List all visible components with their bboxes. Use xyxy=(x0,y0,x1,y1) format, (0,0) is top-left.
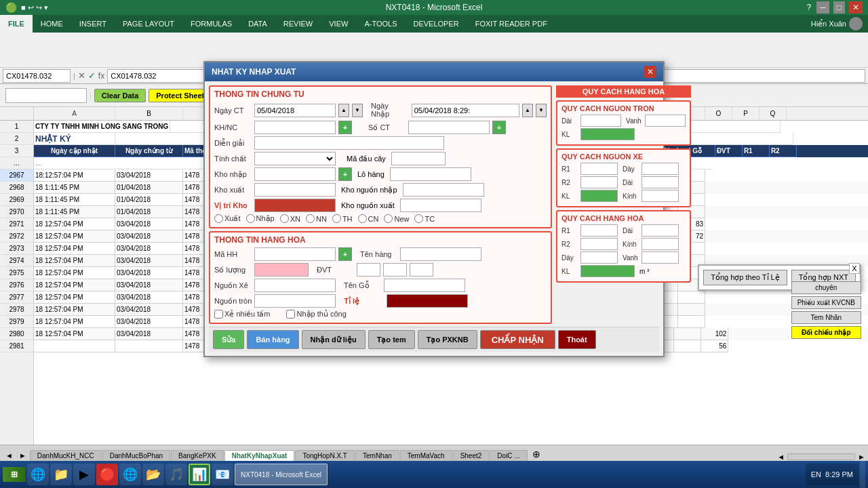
kinh-input-hh[interactable] xyxy=(642,238,679,250)
tab-file[interactable]: FILE xyxy=(0,15,33,33)
kl-input-hh[interactable] xyxy=(580,265,635,277)
kinh-input-nx[interactable] xyxy=(642,190,679,202)
dvt-input1[interactable] xyxy=(357,263,380,277)
ngay-nhap-up-btn[interactable]: ▲ xyxy=(522,104,533,117)
r2-input-nx[interactable] xyxy=(580,176,618,188)
tab-nav-next[interactable]: ► xyxy=(16,450,29,461)
nguon-xe-input[interactable] xyxy=(254,279,336,292)
nhap-checkbox[interactable]: Nhập xyxy=(246,214,275,223)
kl-input-nx[interactable] xyxy=(580,190,618,202)
add-sheet-btn[interactable]: ⊕ xyxy=(528,447,545,461)
dvt-input2[interactable] xyxy=(383,263,407,277)
cn-checkbox[interactable]: CN xyxy=(358,214,379,223)
tab-data[interactable]: DATA xyxy=(240,15,275,33)
taskbar-icon-music[interactable]: 🎵 xyxy=(165,464,187,485)
tong-hop-close-btn[interactable]: X xyxy=(849,263,860,274)
modal-dialog[interactable]: NHAT KY NHAP XUAT ✕ THONG TIN CHUNG TU N… xyxy=(203,61,665,357)
taskbar-icon-excel[interactable]: 📊 xyxy=(189,464,210,485)
xe-nhieu-tam-checkbox[interactable]: Xẻ nhiều tấm xyxy=(214,310,270,319)
show-desktop-btn[interactable] xyxy=(860,461,865,488)
tab-foxit[interactable]: FOXIT READER PDF xyxy=(467,15,555,33)
so-ct-input[interactable] xyxy=(408,121,490,134)
khnc-plus-btn[interactable]: + xyxy=(338,121,352,134)
phieu-xuat-kvcnb-btn[interactable]: Phiếu xuất KVCNB xyxy=(791,296,861,309)
so-ct-plus-btn[interactable]: + xyxy=(492,121,506,134)
day-input-nx[interactable] xyxy=(642,163,679,175)
r2-input-hh[interactable] xyxy=(580,238,618,250)
ma-hh-input[interactable] xyxy=(254,247,336,261)
chuyen-btn[interactable]: chuyên xyxy=(791,281,861,294)
scroll-right-btn[interactable]: ► xyxy=(858,453,865,461)
taskbar-icon-ie[interactable]: 🌐 xyxy=(27,464,49,485)
xuat-checkbox[interactable]: Xuất xyxy=(214,214,241,223)
vi-tri-kho-input[interactable] xyxy=(254,199,336,212)
taskbar-excel-item[interactable]: NXT0418 - Microsoft Excel xyxy=(235,464,328,485)
sheet-tab-danhmuckh[interactable]: DanhMucKH_NCC xyxy=(30,450,102,461)
dai-input-nt[interactable] xyxy=(580,115,621,127)
ngay-nhap-down-btn[interactable]: ▼ xyxy=(536,104,547,117)
chap-nhan-btn[interactable]: CHẤP NHẬN xyxy=(480,330,555,349)
tao-pxknb-btn[interactable]: Tạo PXKNB xyxy=(418,330,477,349)
sheet-tab-doic[interactable]: DoiC ... xyxy=(490,450,527,461)
modal-close-btn[interactable]: ✕ xyxy=(644,66,656,78)
kl-input-nt[interactable] xyxy=(580,128,635,140)
kho-nhap-plus-btn[interactable]: + xyxy=(338,167,352,181)
nhap-thu-cong-checkbox[interactable]: Nhập thủ công xyxy=(286,310,346,319)
tab-insert[interactable]: INSERT xyxy=(71,15,115,33)
thoat-btn[interactable]: Thoát xyxy=(558,330,596,349)
tab-nav-prev[interactable]: ◄ xyxy=(3,450,16,461)
function-btn[interactable]: fx xyxy=(98,71,104,81)
ban-hang-btn[interactable]: Bán hàng xyxy=(247,330,298,349)
vanh-input-nt[interactable] xyxy=(645,115,686,127)
ten-hang-input[interactable] xyxy=(400,247,481,261)
cell-ref-input[interactable] xyxy=(5,88,87,103)
kho-nguon-nhap-input[interactable] xyxy=(403,183,484,197)
taskbar-icon-media[interactable]: ▶ xyxy=(73,464,95,485)
khnc-input[interactable] xyxy=(254,121,336,134)
dien-giai-input[interactable] xyxy=(254,136,444,150)
minimize-btn[interactable]: ─ xyxy=(816,1,829,14)
tinh-chat-select[interactable] xyxy=(254,152,336,165)
sheet-tab-bangkepxk[interactable]: BangKePXK xyxy=(171,450,224,461)
tab-home[interactable]: HOME xyxy=(33,15,71,33)
nn-checkbox[interactable]: NN xyxy=(306,214,327,223)
ten-go-input[interactable] xyxy=(384,279,465,292)
ma-dau-cay-input[interactable] xyxy=(391,152,446,165)
r1-input-nx[interactable] xyxy=(580,163,618,175)
new-checkbox[interactable]: New xyxy=(384,214,409,223)
taskbar-icon-mail[interactable]: 📧 xyxy=(212,464,233,485)
xn-checkbox[interactable]: XN xyxy=(280,214,300,223)
kho-nguon-xuat-input[interactable] xyxy=(400,199,481,212)
cancel-formula-btn[interactable]: ✕ xyxy=(78,70,85,81)
lo-hang-input[interactable] xyxy=(390,167,471,181)
taskbar-icon-files[interactable]: 📂 xyxy=(142,464,164,485)
taskbar-icon-browser2[interactable]: 🌐 xyxy=(119,464,141,485)
nguon-tron-input[interactable] xyxy=(254,294,336,308)
scroll-left-btn[interactable]: ◄ xyxy=(777,453,785,461)
tem-nhan-btn[interactable]: Tem Nhãn xyxy=(791,311,861,324)
clear-data-button[interactable]: Clear Data xyxy=(94,89,146,102)
th-checkbox[interactable]: TH xyxy=(332,214,353,223)
ngay-ct-down-btn[interactable]: ▼ xyxy=(352,104,363,117)
ngay-ct-input[interactable] xyxy=(254,104,336,117)
tao-tem-btn[interactable]: Tạo tem xyxy=(368,330,415,349)
tab-formulas[interactable]: FORMULAS xyxy=(182,15,240,33)
ma-hh-plus-btn[interactable]: + xyxy=(338,247,352,261)
maximize-btn[interactable]: □ xyxy=(833,1,845,14)
start-button[interactable]: ⊞ xyxy=(3,467,26,482)
taskbar-icon-folder[interactable]: 📁 xyxy=(50,464,72,485)
sheet-tab-nhatkynhapxuat[interactable]: NhatKyNhapXuat xyxy=(224,450,295,461)
taskbar-icon-browser1[interactable]: 🔴 xyxy=(96,464,118,485)
confirm-formula-btn[interactable]: ✓ xyxy=(88,70,96,81)
ti-le-input[interactable] xyxy=(387,294,468,308)
tab-review[interactable]: REVIEW xyxy=(275,15,321,33)
dvt-input3[interactable] xyxy=(410,263,433,277)
tab-developer[interactable]: DEVELOPER xyxy=(405,15,467,33)
sheet-tab-temmavach[interactable]: TemMaVach xyxy=(400,450,452,461)
r1-input-hh[interactable] xyxy=(580,224,618,237)
kho-xuat-input[interactable] xyxy=(254,183,336,197)
dai-input-nx[interactable] xyxy=(642,176,679,188)
day-input-hh[interactable] xyxy=(580,251,618,264)
tong-hop-theo-ti-le-btn[interactable]: Tổng hợp theo Tỉ Lệ xyxy=(703,270,787,285)
sua-btn[interactable]: Sửa xyxy=(213,330,244,349)
